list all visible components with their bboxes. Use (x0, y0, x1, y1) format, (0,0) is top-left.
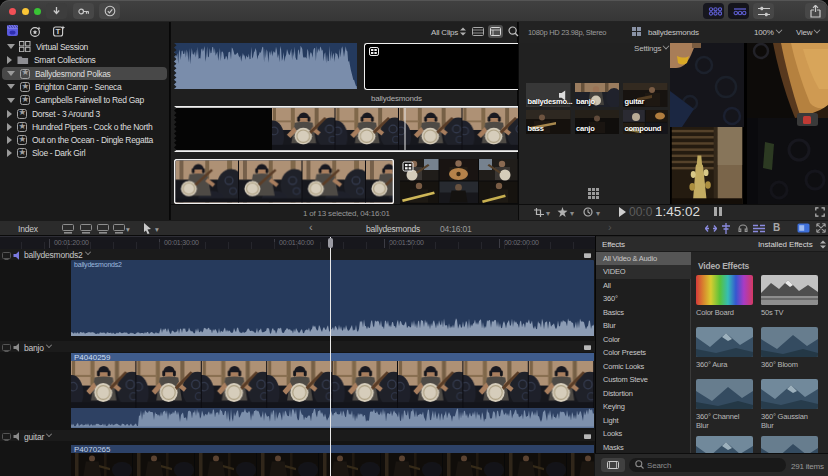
svg-text:T: T (56, 27, 61, 36)
